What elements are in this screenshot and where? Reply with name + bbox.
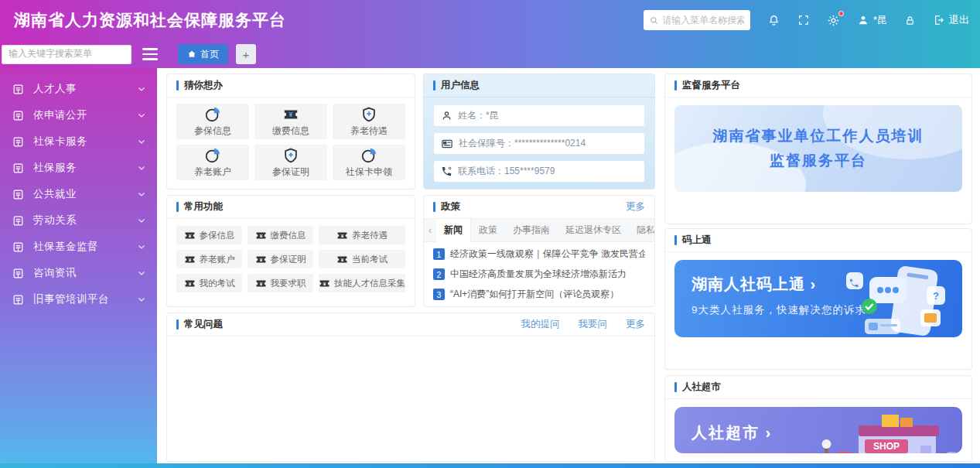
notification-bell-icon[interactable] xyxy=(767,14,780,27)
faq-my-questions-link[interactable]: 我的提问 xyxy=(521,318,560,331)
sidebar-item-social-service[interactable]: 社保服务 xyxy=(0,155,157,181)
chevron-down-icon xyxy=(137,242,146,251)
quick-item-insured-info[interactable]: 参保信息 xyxy=(176,104,249,139)
user-name-value: 姓名：*昆 xyxy=(458,109,499,122)
ticket-icon: ¥ xyxy=(255,230,267,241)
user-account[interactable]: *昆 xyxy=(857,13,887,27)
common-item-skill-talent-collection[interactable]: ¥ 技能人才信息采集 xyxy=(319,274,405,292)
policy-tab-guide[interactable]: 办事指南 xyxy=(505,219,558,242)
sidebar-item-training-platform[interactable]: 旧事管培训平台 xyxy=(0,286,157,313)
menu-form-icon xyxy=(12,110,24,121)
policy-card: 政策 更多 ‹ 新闻 政策 办事指南 延迟退休专区 隐私 › 1 经济政策一线微… xyxy=(423,195,655,307)
phone-icon xyxy=(441,166,452,177)
pie-chart-icon xyxy=(204,106,221,123)
tab-home[interactable]: 首页 xyxy=(178,44,228,64)
policy-tab-policy[interactable]: 政策 xyxy=(471,219,505,242)
news-rank-badge: 2 xyxy=(433,268,445,280)
right-column: 监督服务平台 湖南省事业单位工作人员培训 监督服务平台 码上通 湖南人社码上通 … xyxy=(664,73,972,462)
ticket-icon: ¥ xyxy=(184,278,196,289)
collapse-menu-icon[interactable] xyxy=(142,48,158,60)
menu-form-icon xyxy=(12,189,24,200)
pie-chart-icon xyxy=(360,147,377,164)
menu-search[interactable] xyxy=(2,45,131,64)
add-tab-button[interactable]: + xyxy=(236,44,256,64)
main-content: 猜你想办 参保信息 ¥ 缴费信息 养老待遇 养老账户 xyxy=(157,68,980,468)
supervision-banner[interactable]: 湖南省事业单位工作人员培训 监督服务平台 xyxy=(674,105,962,192)
sidebar-item-social-card-service[interactable]: 社保卡服务 xyxy=(0,128,157,155)
sidebar-item-disclosure[interactable]: 依申请公开 xyxy=(0,102,157,128)
shop-sign-label: SHOP xyxy=(873,441,900,452)
common-item-pension-account[interactable]: ¥ 养老账户 xyxy=(176,250,242,268)
home-tab-label: 首页 xyxy=(200,48,219,61)
policy-tab-news[interactable]: 新闻 xyxy=(436,219,471,242)
svg-text:¥: ¥ xyxy=(188,233,191,238)
common-functions-card: 常用功能 ¥ 参保信息 ¥ 缴费信息 ¥ 养老待遇 ¥ 养老账户 xyxy=(166,195,415,307)
card-title: 常用功能 xyxy=(184,200,223,214)
svg-text:¥: ¥ xyxy=(259,233,262,238)
policy-tab-delayed-retirement[interactable]: 延迟退休专区 xyxy=(558,219,629,242)
faq-ask-link[interactable]: 我要问 xyxy=(579,318,608,331)
logout-button[interactable]: 退出 xyxy=(933,13,969,27)
sidebar-item-consultation[interactable]: 咨询资讯 xyxy=(0,260,157,286)
card-title: 码上通 xyxy=(682,234,712,247)
svg-text:¥: ¥ xyxy=(341,257,344,262)
chevron-down-icon xyxy=(137,190,146,199)
chevron-down-icon xyxy=(137,111,146,120)
common-item-insured-certificate[interactable]: ¥ 参保证明 xyxy=(248,250,313,268)
phones-illustration: ? xyxy=(834,263,958,337)
policy-more-link[interactable]: 更多 xyxy=(626,200,645,214)
global-search-input[interactable] xyxy=(662,15,744,26)
user-icon xyxy=(441,110,452,121)
common-item-job-seeking[interactable]: ¥ 我要求职 xyxy=(248,274,313,292)
chevron-down-icon xyxy=(137,137,146,146)
sidebar-item-labor-relations[interactable]: 劳动关系 xyxy=(0,207,157,234)
menu-search-input[interactable] xyxy=(9,48,125,59)
svg-text:¥: ¥ xyxy=(341,233,344,238)
common-item-insured-info[interactable]: ¥ 参保信息 xyxy=(176,226,242,244)
card-title: 猜你想办 xyxy=(184,79,223,92)
common-item-payment-info[interactable]: ¥ 缴费信息 xyxy=(248,226,313,244)
quick-item-payment-info[interactable]: ¥ 缴费信息 xyxy=(254,104,327,139)
common-item-current-exam[interactable]: ¥ 当前考试 xyxy=(319,250,405,268)
svg-text:¥: ¥ xyxy=(259,257,262,262)
card-title: 常见问题 xyxy=(184,318,223,331)
logout-icon xyxy=(933,14,945,26)
card-title: 人社超市 xyxy=(682,381,721,394)
quick-item-pension-benefit[interactable]: 养老待遇 xyxy=(333,104,405,139)
market-banner[interactable]: 人社超市 › 智慧人社平台特色栏目 SHOP xyxy=(674,407,962,453)
notification-badge xyxy=(838,11,844,16)
sidebar-item-fund-supervision[interactable]: 社保基金监督 xyxy=(0,234,157,260)
faq-empty-body xyxy=(167,336,654,461)
svg-text:¥: ¥ xyxy=(188,257,191,262)
ticket-icon: ¥ xyxy=(336,254,348,265)
news-item[interactable]: 2 中国经济高质量发展为全球经济增添新活力 xyxy=(433,268,645,281)
settings-gear-icon[interactable] xyxy=(827,14,840,27)
faq-more-link[interactable]: 更多 xyxy=(626,318,645,331)
ticket-icon: ¥ xyxy=(255,278,267,289)
menu-form-icon xyxy=(12,162,24,174)
code-card: 码上通 湖南人社码上通 › 9大类人社服务，快速解决您的诉求 ? xyxy=(664,228,972,370)
news-item[interactable]: 1 经济政策一线微观察｜保障公平竞争 激发民营企业发展活力 xyxy=(433,248,645,261)
global-search[interactable] xyxy=(644,10,750,30)
sidebar-item-public-employment[interactable]: 公共就业 xyxy=(0,181,157,207)
news-item[interactable]: 3 “AI+消费”如何打开新空间（评论员观察） xyxy=(433,288,645,301)
chevron-down-icon xyxy=(137,268,146,278)
ticket-icon: ¥ xyxy=(184,254,196,265)
lock-icon[interactable] xyxy=(904,15,916,26)
svg-text:?: ? xyxy=(933,290,939,302)
quick-item-insured-certificate[interactable]: 参保证明 xyxy=(254,145,327,180)
common-item-my-exam[interactable]: ¥ 我的考试 xyxy=(176,274,242,292)
sidebar-item-talent[interactable]: 人才人事 xyxy=(0,76,157,102)
username-label: *昆 xyxy=(873,13,887,27)
quick-item-pension-account[interactable]: 养老账户 xyxy=(176,145,249,180)
card-title: 监督服务平台 xyxy=(682,79,740,92)
tabs-prev-icon[interactable]: ‹ xyxy=(424,225,436,236)
common-item-pension-benefit[interactable]: ¥ 养老待遇 xyxy=(319,226,405,244)
code-banner[interactable]: 湖南人社码上通 › 9大类人社服务，快速解决您的诉求 ? xyxy=(674,260,962,337)
user-ssn-row: 社会保障号：**************0214 xyxy=(434,133,644,154)
ticket-icon: ¥ xyxy=(255,254,267,265)
menu-form-icon xyxy=(12,241,24,253)
quick-item-card-apply[interactable]: 社保卡申领 xyxy=(333,145,405,180)
policy-tab-privacy[interactable]: 隐私 xyxy=(629,219,655,242)
fullscreen-icon[interactable] xyxy=(797,14,810,26)
